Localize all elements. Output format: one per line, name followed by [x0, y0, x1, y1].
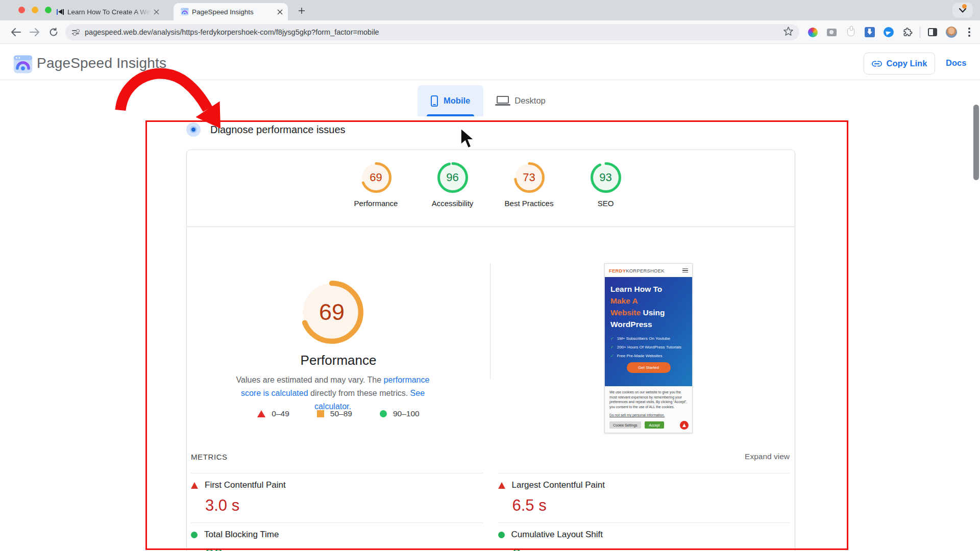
score-accessibility[interactable]: 96 Accessibility — [414, 162, 491, 208]
minimize-window-button[interactable] — [32, 7, 38, 13]
brand-first: FERDY — [609, 268, 626, 273]
hero-line: WordPress — [610, 318, 687, 330]
metric-name: Cumulative Layout Shift — [511, 530, 603, 540]
legend-poor: 0–49 — [257, 409, 289, 418]
address-bar[interactable]: pagespeed.web.dev/analysis/https-ferdyko… — [65, 24, 799, 40]
desktop-laptop-icon — [497, 96, 509, 104]
preview-site-header: FERDYKORPERSHOEK — [605, 264, 692, 277]
hand-cursor-extension-icon[interactable] — [845, 27, 856, 38]
link-icon — [872, 61, 882, 67]
forward-button[interactable] — [28, 26, 41, 39]
score-value: 73 — [514, 162, 545, 193]
score-value: 69 — [361, 162, 391, 193]
expand-view-link[interactable]: Expand view — [745, 452, 790, 461]
report-card: 69 Performance 96 Accessibility 73 Best … — [186, 149, 795, 551]
best-practices-gauge: 73 — [514, 162, 545, 193]
score-label: Performance — [354, 199, 398, 208]
reload-button[interactable] — [47, 26, 60, 39]
preview-hero: Learn How To Make A Website Using WordPr… — [605, 277, 692, 386]
cookie-settings-button: Cookie Settings — [609, 421, 641, 429]
performance-gauge: 69 — [361, 162, 391, 193]
copy-link-button[interactable]: Copy Link — [864, 53, 935, 74]
pass-circle-icon — [498, 532, 505, 538]
notification-bell-icon — [680, 421, 689, 430]
seo-gauge: 93 — [591, 162, 621, 193]
metric-largest-contentful-paint: Largest Contentful Paint 6.5 s — [498, 473, 790, 522]
metrics-header: METRICS Expand view — [191, 452, 790, 461]
device-tabs: Mobile Desktop — [418, 85, 559, 116]
score-label: Accessibility — [432, 199, 474, 208]
metric-first-contentful-paint: First Contentful Paint 3.0 s — [191, 473, 483, 522]
accessibility-gauge: 96 — [437, 162, 468, 193]
score-legend: 0–49 50–89 90–100 — [187, 409, 490, 418]
hero-line: Make A — [610, 295, 687, 307]
annotation-arrow-icon — [92, 54, 240, 145]
pagespeed-logo — [13, 55, 33, 76]
tab-desktop[interactable]: Desktop — [483, 85, 559, 116]
description-text: Values are estimated and may vary. The — [236, 375, 384, 384]
tab-search-button[interactable] — [952, 3, 973, 18]
get-started-button: Get Started — [627, 362, 671, 373]
site-screenshot-preview: FERDYKORPERSHOEK Learn How To Make A Web… — [604, 263, 693, 433]
browser-tab-pagespeed[interactable]: PageSpeed Insights — [174, 3, 288, 20]
profile-avatar[interactable] — [946, 27, 957, 38]
hero-line-part: Using — [641, 308, 665, 317]
close-tab-icon[interactable] — [277, 9, 283, 15]
hero-line: Learn How To — [610, 283, 687, 295]
score-value: 93 — [591, 162, 621, 193]
tab-title: Learn How To Create A Webs — [67, 8, 151, 16]
score-seo[interactable]: 93 SEO — [568, 162, 644, 208]
page-scrollbar-thumb[interactable] — [973, 105, 979, 180]
close-tab-icon[interactable] — [154, 9, 159, 15]
screen: Learn How To Create A Webs PageSpeed Ins… — [0, 0, 980, 551]
messenger-extension-icon[interactable] — [883, 27, 894, 38]
fail-triangle-icon — [498, 482, 505, 489]
url-text[interactable]: pagespeed.web.dev/analysis/https-ferdyko… — [85, 28, 783, 36]
check-icon: ✓ — [610, 345, 614, 349]
score-best-practices[interactable]: 73 Best Practices — [491, 162, 568, 208]
copy-link-label: Copy Link — [887, 59, 927, 68]
extensions-puzzle-icon[interactable] — [902, 27, 913, 38]
preview-checklist: ✓1M+ Subscribers On Youtube ✓200+ Hours … — [610, 336, 687, 358]
update-notification-dot — [962, 4, 967, 9]
tab-title: PageSpeed Insights — [192, 8, 274, 16]
new-tab-button[interactable] — [296, 5, 307, 16]
mobile-phone-icon — [431, 95, 438, 107]
legend-good: 90–100 — [380, 409, 420, 418]
tab-mobile[interactable]: Mobile — [418, 85, 483, 116]
downloader-extension-icon[interactable] — [864, 27, 875, 38]
browser-tab-video[interactable]: Learn How To Create A Webs — [49, 3, 164, 20]
browser-toolbar: pagespeed.web.dev/analysis/https-ferdyko… — [0, 20, 980, 44]
score-label: Best Practices — [505, 199, 554, 208]
metric-value: 6.5 s — [512, 496, 790, 515]
score-label: SEO — [598, 199, 614, 208]
red-triangle-icon — [257, 410, 265, 417]
docs-link[interactable]: Docs — [946, 58, 966, 68]
metrics-grid: First Contentful Paint 3.0 s Largest Con… — [191, 473, 790, 551]
tab-strip: Learn How To Create A Webs PageSpeed Ins… — [0, 0, 980, 20]
vertical-divider — [490, 263, 491, 379]
tab-mobile-label: Mobile — [444, 96, 470, 106]
back-button[interactable] — [9, 26, 22, 39]
metric-name: Largest Contentful Paint — [512, 480, 605, 490]
cookie-accept-button: Accept — [645, 421, 665, 429]
preview-brand: FERDYKORPERSHOEK — [609, 268, 682, 273]
metric-name: First Contentful Paint — [205, 480, 286, 490]
metric-cumulative-layout-shift: Cumulative Layout Shift 0 — [498, 522, 790, 551]
score-performance[interactable]: 69 Performance — [338, 162, 414, 208]
cookie-privacy-link: Do not sell my personal information. — [609, 413, 665, 418]
browser-menu-icon[interactable] — [964, 27, 975, 38]
bookmark-star-icon[interactable] — [783, 27, 793, 38]
window-controls[interactable] — [18, 7, 52, 13]
site-settings-icon[interactable] — [71, 28, 80, 36]
color-wheel-extension-icon[interactable] — [807, 27, 818, 38]
legend-range: 0–49 — [272, 409, 289, 418]
screenshot-camera-extension-icon[interactable] — [826, 27, 837, 38]
metric-value: 3.0 s — [205, 496, 483, 515]
performance-description: Values are estimated and may vary. The p… — [226, 373, 440, 413]
pass-circle-icon — [191, 532, 198, 538]
side-panel-icon[interactable] — [927, 27, 938, 38]
legend-range: 50–89 — [330, 409, 352, 418]
close-window-button[interactable] — [18, 7, 25, 13]
checklist-item: 1M+ Subscribers On Youtube — [617, 336, 670, 341]
